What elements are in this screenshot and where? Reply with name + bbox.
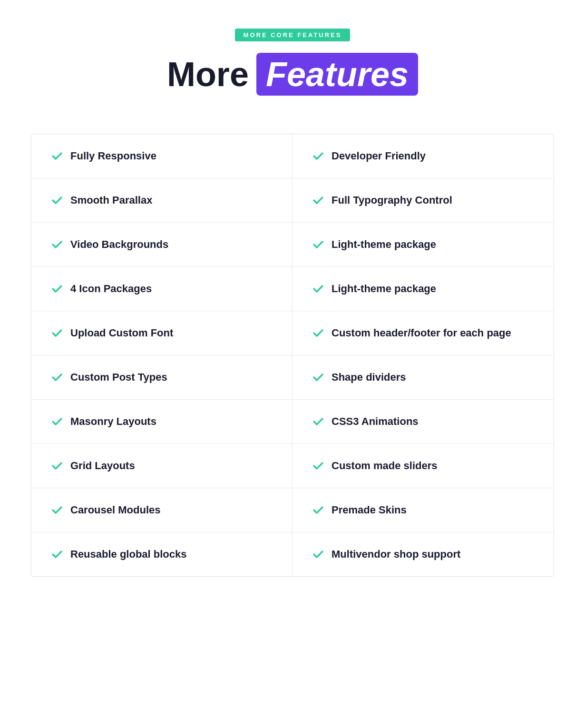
check-icon bbox=[50, 149, 64, 163]
feature-label: Video Backgrounds bbox=[70, 238, 168, 251]
feature-cell-right: Premade Skins bbox=[292, 488, 554, 532]
feature-cell-left: 4 Icon Packages bbox=[31, 267, 292, 311]
feature-cell-left: Carousel Modules bbox=[31, 488, 292, 532]
title-highlight: Features bbox=[256, 53, 418, 96]
feature-label: Multivendor shop support bbox=[332, 548, 460, 561]
feature-cell-right: Developer Friendly bbox=[292, 134, 554, 178]
feature-cell-right: Multivendor shop support bbox=[292, 532, 554, 576]
feature-cell-left: Masonry Layouts bbox=[31, 400, 292, 443]
check-icon bbox=[50, 371, 64, 384]
feature-label: Shape dividers bbox=[332, 371, 406, 384]
feature-label: Custom made sliders bbox=[332, 460, 438, 472]
feature-cell-right: CSS3 Animations bbox=[292, 400, 554, 443]
feature-cell-left: Upload Custom Font bbox=[31, 311, 292, 355]
features-row: Upload Custom FontCustom header/footer f… bbox=[31, 311, 554, 355]
feature-cell-right: Shape dividers bbox=[292, 355, 554, 399]
check-icon bbox=[312, 238, 325, 251]
check-icon bbox=[312, 194, 325, 207]
feature-label: 4 Icon Packages bbox=[70, 283, 152, 295]
feature-cell-right: Custom made sliders bbox=[292, 444, 554, 488]
feature-label: Light-theme package bbox=[332, 238, 436, 251]
check-icon bbox=[312, 326, 325, 340]
feature-label: Reusable global blocks bbox=[70, 548, 187, 561]
feature-cell-right: Custom header/footer for each page bbox=[292, 311, 554, 355]
feature-label: Custom header/footer for each page bbox=[332, 327, 511, 339]
features-row: Grid LayoutsCustom made sliders bbox=[31, 444, 554, 488]
features-row: Carousel ModulesPremade Skins bbox=[31, 488, 554, 532]
check-icon bbox=[312, 459, 325, 472]
check-icon bbox=[312, 415, 325, 428]
check-icon bbox=[50, 548, 64, 561]
check-icon bbox=[50, 503, 64, 517]
feature-label: CSS3 Animations bbox=[332, 415, 419, 428]
feature-label: Masonry Layouts bbox=[70, 415, 156, 428]
feature-cell-right: Light-theme package bbox=[292, 223, 554, 266]
feature-cell-right: Full Typography Control bbox=[292, 178, 554, 222]
feature-cell-left: Grid Layouts bbox=[31, 444, 292, 488]
feature-label: Custom Post Types bbox=[70, 371, 167, 384]
check-icon bbox=[50, 415, 64, 428]
feature-label: Carousel Modules bbox=[70, 504, 160, 516]
feature-label: Developer Friendly bbox=[332, 150, 426, 162]
check-icon bbox=[312, 548, 325, 561]
features-row: Smooth ParallaxFull Typography Control bbox=[31, 178, 554, 223]
features-row: Masonry LayoutsCSS3 Animations bbox=[31, 400, 554, 444]
feature-label: Full Typography Control bbox=[332, 194, 452, 207]
feature-label: Smooth Parallax bbox=[70, 194, 152, 207]
feature-cell-left: Custom Post Types bbox=[31, 355, 292, 399]
main-title: MoreFeatures bbox=[167, 53, 418, 96]
check-icon bbox=[312, 149, 325, 163]
features-row: Reusable global blocksMultivendor shop s… bbox=[31, 532, 554, 576]
feature-cell-right: Light-theme package bbox=[292, 267, 554, 311]
title-static: More bbox=[167, 55, 249, 94]
tag-badge: MORE CORE FEATURES bbox=[235, 29, 351, 41]
feature-label: Upload Custom Font bbox=[70, 327, 173, 339]
feature-label: Grid Layouts bbox=[70, 460, 135, 472]
check-icon bbox=[50, 282, 64, 295]
check-icon bbox=[50, 326, 64, 340]
features-row: 4 Icon PackagesLight-theme package bbox=[31, 267, 554, 311]
check-icon bbox=[50, 459, 64, 472]
check-icon bbox=[50, 238, 64, 251]
feature-cell-left: Fully Responsive bbox=[31, 134, 292, 178]
check-icon bbox=[50, 194, 64, 207]
feature-cell-left: Smooth Parallax bbox=[31, 178, 292, 222]
feature-label: Premade Skins bbox=[332, 504, 407, 516]
header-section: MORE CORE FEATURES MoreFeatures bbox=[167, 29, 418, 124]
check-icon bbox=[312, 282, 325, 295]
features-grid: Fully ResponsiveDeveloper FriendlySmooth… bbox=[31, 134, 554, 577]
check-icon bbox=[312, 371, 325, 384]
feature-label: Fully Responsive bbox=[70, 150, 156, 162]
feature-cell-left: Video Backgrounds bbox=[31, 223, 292, 266]
feature-cell-left: Reusable global blocks bbox=[31, 532, 292, 576]
check-icon bbox=[312, 503, 325, 517]
feature-label: Light-theme package bbox=[332, 283, 436, 295]
features-row: Video BackgroundsLight-theme package bbox=[31, 223, 554, 267]
features-row: Fully ResponsiveDeveloper Friendly bbox=[31, 134, 554, 178]
features-row: Custom Post TypesShape dividers bbox=[31, 355, 554, 400]
